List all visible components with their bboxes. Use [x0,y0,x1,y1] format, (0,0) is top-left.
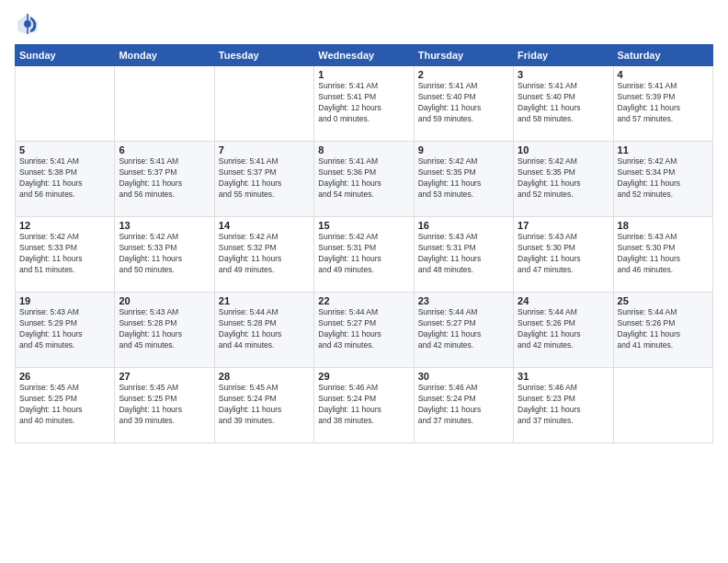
header [15,11,713,37]
calendar-cell: 11Sunrise: 5:42 AMSunset: 5:34 PMDayligh… [613,142,712,217]
day-info: Sunrise: 5:42 AMSunset: 5:34 PMDaylight:… [618,156,709,201]
week-row-3: 12Sunrise: 5:42 AMSunset: 5:33 PMDayligh… [16,217,713,293]
day-info: Sunrise: 5:46 AMSunset: 5:23 PMDaylight:… [518,383,609,427]
day-info: Sunrise: 5:46 AMSunset: 5:24 PMDaylight:… [418,383,509,427]
calendar-cell: 25Sunrise: 5:44 AMSunset: 5:26 PMDayligh… [613,293,712,368]
day-info: Sunrise: 5:43 AMSunset: 5:31 PMDaylight:… [418,232,509,276]
calendar-cell: 29Sunrise: 5:46 AMSunset: 5:24 PMDayligh… [314,368,414,443]
calendar-cell: 16Sunrise: 5:43 AMSunset: 5:31 PMDayligh… [414,217,513,293]
calendar-cell: 4Sunrise: 5:41 AMSunset: 5:39 PMDaylight… [613,66,712,142]
calendar-cell [115,66,214,142]
day-info: Sunrise: 5:41 AMSunset: 5:36 PMDaylight:… [318,156,409,201]
calendar-cell: 9Sunrise: 5:42 AMSunset: 5:35 PMDaylight… [414,142,513,217]
calendar-cell: 1Sunrise: 5:41 AMSunset: 5:41 PMDaylight… [314,66,414,142]
logo [15,11,44,37]
day-info: Sunrise: 5:41 AMSunset: 5:41 PMDaylight:… [318,81,409,125]
week-row-4: 19Sunrise: 5:43 AMSunset: 5:29 PMDayligh… [16,293,713,368]
day-number: 13 [119,220,210,231]
calendar-cell: 15Sunrise: 5:42 AMSunset: 5:31 PMDayligh… [314,217,414,293]
svg-point-2 [24,20,31,28]
calendar-cell: 2Sunrise: 5:41 AMSunset: 5:40 PMDaylight… [414,66,513,142]
calendar-cell: 24Sunrise: 5:44 AMSunset: 5:26 PMDayligh… [514,293,613,368]
day-info: Sunrise: 5:44 AMSunset: 5:26 PMDaylight:… [618,307,709,351]
day-number: 7 [219,144,310,155]
day-number: 9 [418,144,509,155]
day-number: 4 [618,69,709,80]
day-number: 5 [19,144,110,155]
day-info: Sunrise: 5:42 AMSunset: 5:33 PMDaylight:… [19,232,110,276]
day-number: 1 [318,69,409,80]
weekday-header-row: SundayMondayTuesdayWednesdayThursdayFrid… [16,45,713,66]
week-row-2: 5Sunrise: 5:41 AMSunset: 5:38 PMDaylight… [16,142,713,217]
week-row-1: 1Sunrise: 5:41 AMSunset: 5:41 PMDaylight… [16,66,713,142]
weekday-header-thursday: Thursday [414,45,513,66]
calendar-cell [613,368,712,443]
calendar-cell: 19Sunrise: 5:43 AMSunset: 5:29 PMDayligh… [16,293,115,368]
day-info: Sunrise: 5:43 AMSunset: 5:28 PMDaylight:… [119,307,210,351]
calendar-cell: 13Sunrise: 5:42 AMSunset: 5:33 PMDayligh… [115,217,214,293]
page: SundayMondayTuesdayWednesdayThursdayFrid… [0,0,728,563]
calendar-table: SundayMondayTuesdayWednesdayThursdayFrid… [15,44,713,443]
weekday-header-monday: Monday [115,45,214,66]
calendar-cell: 21Sunrise: 5:44 AMSunset: 5:28 PMDayligh… [214,293,313,368]
day-number: 30 [418,371,509,382]
day-number: 19 [19,295,110,306]
day-number: 31 [518,371,609,382]
day-number: 6 [119,144,210,155]
day-info: Sunrise: 5:44 AMSunset: 5:26 PMDaylight:… [518,307,609,351]
day-info: Sunrise: 5:41 AMSunset: 5:40 PMDaylight:… [518,81,609,125]
calendar-cell: 26Sunrise: 5:45 AMSunset: 5:25 PMDayligh… [16,368,115,443]
day-info: Sunrise: 5:41 AMSunset: 5:40 PMDaylight:… [418,81,509,125]
day-info: Sunrise: 5:42 AMSunset: 5:31 PMDaylight:… [318,232,409,276]
calendar-cell: 8Sunrise: 5:41 AMSunset: 5:36 PMDaylight… [314,142,414,217]
day-info: Sunrise: 5:42 AMSunset: 5:35 PMDaylight:… [418,156,509,201]
day-info: Sunrise: 5:45 AMSunset: 5:25 PMDaylight:… [119,383,210,427]
day-number: 11 [618,144,709,155]
day-info: Sunrise: 5:42 AMSunset: 5:33 PMDaylight:… [119,232,210,276]
calendar-cell: 30Sunrise: 5:46 AMSunset: 5:24 PMDayligh… [414,368,513,443]
weekday-header-wednesday: Wednesday [314,45,414,66]
day-info: Sunrise: 5:46 AMSunset: 5:24 PMDaylight:… [318,383,409,427]
calendar-cell: 12Sunrise: 5:42 AMSunset: 5:33 PMDayligh… [16,217,115,293]
calendar-cell: 18Sunrise: 5:43 AMSunset: 5:30 PMDayligh… [613,217,712,293]
calendar-cell: 14Sunrise: 5:42 AMSunset: 5:32 PMDayligh… [214,217,313,293]
day-number: 27 [119,371,210,382]
day-number: 28 [219,371,310,382]
calendar-cell: 17Sunrise: 5:43 AMSunset: 5:30 PMDayligh… [514,217,613,293]
calendar-cell [214,66,313,142]
day-number: 23 [418,295,509,306]
day-info: Sunrise: 5:43 AMSunset: 5:29 PMDaylight:… [19,307,110,351]
calendar-cell: 6Sunrise: 5:41 AMSunset: 5:37 PMDaylight… [115,142,214,217]
weekday-header-sunday: Sunday [16,45,115,66]
weekday-header-tuesday: Tuesday [214,45,313,66]
day-info: Sunrise: 5:41 AMSunset: 5:39 PMDaylight:… [618,81,709,125]
day-info: Sunrise: 5:43 AMSunset: 5:30 PMDaylight:… [518,232,609,276]
day-info: Sunrise: 5:45 AMSunset: 5:24 PMDaylight:… [219,383,310,427]
day-number: 12 [19,220,110,231]
calendar-cell: 7Sunrise: 5:41 AMSunset: 5:37 PMDaylight… [214,142,313,217]
day-number: 22 [318,295,409,306]
day-info: Sunrise: 5:44 AMSunset: 5:27 PMDaylight:… [418,307,509,351]
day-number: 3 [518,69,609,80]
calendar-cell: 3Sunrise: 5:41 AMSunset: 5:40 PMDaylight… [514,66,613,142]
calendar-cell: 23Sunrise: 5:44 AMSunset: 5:27 PMDayligh… [414,293,513,368]
calendar-cell: 31Sunrise: 5:46 AMSunset: 5:23 PMDayligh… [514,368,613,443]
day-info: Sunrise: 5:42 AMSunset: 5:35 PMDaylight:… [518,156,609,201]
day-info: Sunrise: 5:41 AMSunset: 5:37 PMDaylight:… [119,156,210,201]
calendar-cell: 28Sunrise: 5:45 AMSunset: 5:24 PMDayligh… [214,368,313,443]
calendar-cell: 20Sunrise: 5:43 AMSunset: 5:28 PMDayligh… [115,293,214,368]
day-number: 10 [518,144,609,155]
calendar-cell: 27Sunrise: 5:45 AMSunset: 5:25 PMDayligh… [115,368,214,443]
day-number: 16 [418,220,509,231]
calendar-cell: 10Sunrise: 5:42 AMSunset: 5:35 PMDayligh… [514,142,613,217]
day-number: 29 [318,371,409,382]
week-row-5: 26Sunrise: 5:45 AMSunset: 5:25 PMDayligh… [16,368,713,443]
day-number: 24 [518,295,609,306]
day-number: 26 [19,371,110,382]
day-number: 25 [618,295,709,306]
day-info: Sunrise: 5:44 AMSunset: 5:28 PMDaylight:… [219,307,310,351]
day-number: 15 [318,220,409,231]
day-number: 18 [618,220,709,231]
calendar-cell [16,66,115,142]
day-number: 21 [219,295,310,306]
